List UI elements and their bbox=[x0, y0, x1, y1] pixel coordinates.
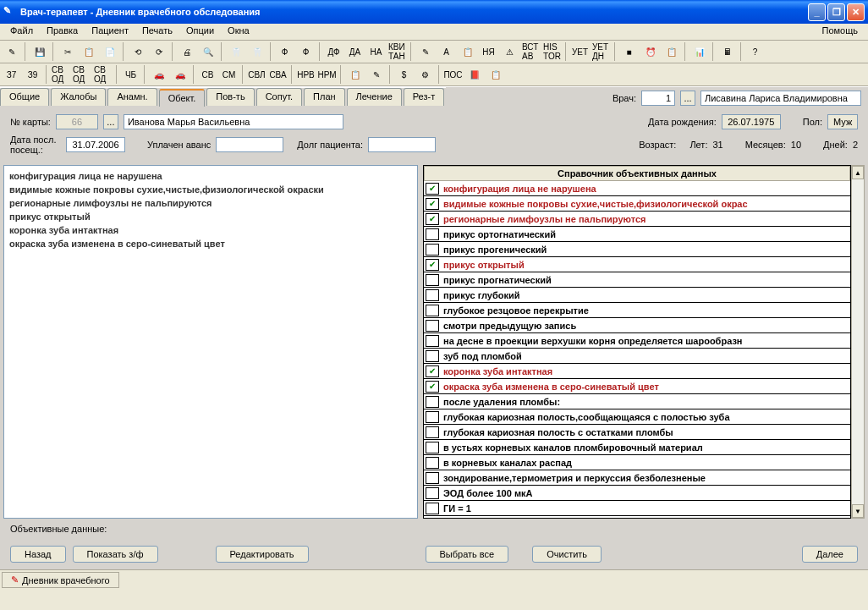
menu-Опции[interactable]: Опции bbox=[179, 24, 221, 40]
next-button[interactable]: Далее bbox=[802, 546, 858, 563]
scroll-track[interactable] bbox=[852, 179, 864, 504]
toolbar-button[interactable]: A bbox=[437, 42, 456, 61]
back-button[interactable]: Назад bbox=[10, 546, 66, 563]
checkbox[interactable]: ✔ bbox=[426, 213, 439, 225]
toolbar-button[interactable]: СМ bbox=[219, 65, 239, 84]
checkbox[interactable] bbox=[426, 350, 439, 362]
reference-row[interactable]: в корневых каналах распад bbox=[424, 455, 850, 470]
tab-Жалобы[interactable]: Жалобы bbox=[51, 88, 106, 106]
toolbar-button[interactable]: ⚙ bbox=[415, 65, 435, 84]
tab-Пов-ть[interactable]: Пов-ть bbox=[206, 88, 254, 106]
toolbar-button[interactable]: 🦷 bbox=[226, 42, 245, 61]
doc-tab[interactable]: ✎ Дневник врачебного bbox=[2, 572, 119, 588]
reference-row[interactable]: ЭОД более 100 мкА bbox=[424, 486, 850, 501]
checkbox[interactable] bbox=[426, 487, 439, 499]
tab-Анамн.[interactable]: Анамн. bbox=[107, 88, 157, 106]
checkbox[interactable]: ✔ bbox=[426, 365, 439, 377]
reference-row[interactable]: глубокое резцовое перекрытие bbox=[424, 303, 850, 318]
reference-row[interactable]: ✔окраска зуба изменена в серо-синеватый … bbox=[424, 379, 850, 394]
checkbox[interactable] bbox=[426, 305, 439, 316]
edit-button[interactable]: Редактировать bbox=[216, 546, 309, 563]
toolbar-button[interactable]: 🚗 bbox=[170, 65, 190, 84]
toolbar-button[interactable]: 📕 bbox=[464, 65, 484, 84]
toolbar-button[interactable]: ✎ bbox=[2, 42, 21, 61]
checkbox[interactable] bbox=[426, 289, 439, 301]
checkbox[interactable] bbox=[426, 457, 439, 469]
checkbox[interactable]: ✔ bbox=[426, 381, 439, 393]
show-button[interactable]: Показать з/ф bbox=[73, 546, 158, 563]
toolbar-button[interactable]: 📋 bbox=[662, 42, 681, 61]
toolbar-button[interactable]: 📋 bbox=[486, 65, 505, 84]
checkbox[interactable] bbox=[426, 442, 439, 453]
toolbar-button[interactable]: 💾 bbox=[30, 42, 49, 61]
checkbox[interactable] bbox=[426, 335, 439, 347]
toolbar-button[interactable]: СВ ОД bbox=[72, 65, 91, 84]
toolbar-button[interactable]: 🖨 bbox=[177, 42, 196, 61]
reference-row[interactable]: прикус глубокий bbox=[424, 288, 850, 303]
menu-Печать[interactable]: Печать bbox=[135, 24, 179, 40]
toolbar-button[interactable]: СВА bbox=[268, 65, 288, 84]
lastvisit-input[interactable] bbox=[66, 137, 125, 152]
reference-row[interactable]: прикус ортогнатический bbox=[424, 227, 850, 242]
reference-row[interactable]: ✔видимые кожные покровы сухие,чистые,физ… bbox=[424, 196, 850, 212]
toolbar-button[interactable]: НРВ bbox=[296, 65, 316, 84]
reference-row[interactable]: ГИ = 1 bbox=[424, 501, 850, 516]
menu-Файл[interactable]: Файл bbox=[3, 24, 40, 40]
tab-Общие[interactable]: Общие bbox=[0, 88, 49, 106]
toolbar-button[interactable]: 📋 bbox=[345, 65, 365, 84]
toolbar-button[interactable]: НА bbox=[366, 42, 386, 61]
toolbar-button[interactable]: 📋 bbox=[79, 42, 98, 61]
toolbar-button[interactable]: ■ bbox=[619, 42, 639, 61]
toolbar-button[interactable]: СВЛ bbox=[247, 65, 266, 84]
tab-План[interactable]: План bbox=[304, 88, 345, 106]
toolbar-button[interactable]: УЕТ ДН bbox=[591, 42, 611, 61]
doctor-lookup-button[interactable]: ... bbox=[680, 91, 695, 106]
menu-Окна[interactable]: Окна bbox=[221, 24, 256, 40]
scroll-up-button[interactable]: ▲ bbox=[852, 166, 864, 179]
doctor-num-input[interactable] bbox=[641, 91, 675, 106]
checkbox[interactable] bbox=[426, 320, 439, 332]
checkbox[interactable] bbox=[426, 228, 439, 240]
toolbar-button[interactable]: ВСТ АВ bbox=[521, 42, 541, 61]
menu-Пациент[interactable]: Пациент bbox=[85, 24, 135, 40]
reference-row[interactable]: зондирование,термометрия и перкуссия без… bbox=[424, 470, 850, 486]
toolbar-button[interactable]: Ф bbox=[275, 42, 294, 61]
reference-row[interactable]: прикус прогенический bbox=[424, 242, 850, 257]
reference-row[interactable]: глубокая кариозная полость,сообщающаяся … bbox=[424, 409, 850, 425]
checkbox[interactable]: ✔ bbox=[426, 259, 439, 271]
toolbar-button[interactable]: 🦷 bbox=[247, 42, 266, 61]
toolbar-button[interactable]: НРМ bbox=[317, 65, 337, 84]
toolbar-button[interactable]: ⏰ bbox=[640, 42, 660, 61]
toolbar-button[interactable]: ✂ bbox=[58, 42, 77, 61]
toolbar-button[interactable]: УЕТ bbox=[570, 42, 590, 61]
toolbar-button[interactable]: СВ ОД bbox=[51, 65, 70, 84]
menu-Правка[interactable]: Правка bbox=[40, 24, 85, 40]
reference-row[interactable]: в устьях корневых каналов пломбировочный… bbox=[424, 440, 850, 455]
toolbar-button[interactable]: ⟲ bbox=[128, 42, 147, 61]
selectall-button[interactable]: Выбрать все bbox=[426, 546, 509, 563]
maximize-button[interactable]: ❐ bbox=[827, 3, 845, 21]
advance-input[interactable] bbox=[216, 137, 283, 152]
tab-Обект.[interactable]: Обект. bbox=[159, 89, 206, 107]
toolbar-button[interactable]: 📊 bbox=[689, 42, 709, 61]
checkbox[interactable]: ✔ bbox=[426, 198, 439, 210]
toolbar-button[interactable]: СВ bbox=[198, 65, 217, 84]
toolbar-button[interactable]: $ bbox=[394, 65, 414, 84]
tab-Лечение[interactable]: Лечение bbox=[347, 88, 402, 106]
toolbar-button[interactable]: HIS TOR bbox=[542, 42, 562, 61]
clear-button[interactable]: Очистить bbox=[532, 546, 602, 563]
toolbar-button[interactable]: КВИ ТАН bbox=[387, 42, 407, 61]
toolbar-button[interactable]: НЯ bbox=[479, 42, 498, 61]
reference-row[interactable]: глубокая кариозная полость с остатками п… bbox=[424, 425, 850, 440]
toolbar-button[interactable]: ⟳ bbox=[149, 42, 168, 61]
toolbar-button[interactable]: ? bbox=[745, 42, 765, 61]
toolbar-button[interactable]: 🔍 bbox=[198, 42, 217, 61]
reference-row[interactable]: ✔коронка зуба интактная bbox=[424, 364, 850, 379]
toolbar-button[interactable]: ЧБ bbox=[121, 65, 140, 84]
toolbar-button[interactable]: 🖩 bbox=[717, 42, 737, 61]
toolbar-button[interactable]: З9 bbox=[23, 65, 42, 84]
close-button[interactable]: ✕ bbox=[847, 3, 865, 21]
card-lookup-button[interactable]: ... bbox=[103, 114, 118, 129]
toolbar-button[interactable]: ⚠ bbox=[500, 42, 519, 61]
toolbar-button[interactable]: ✎ bbox=[415, 42, 435, 61]
